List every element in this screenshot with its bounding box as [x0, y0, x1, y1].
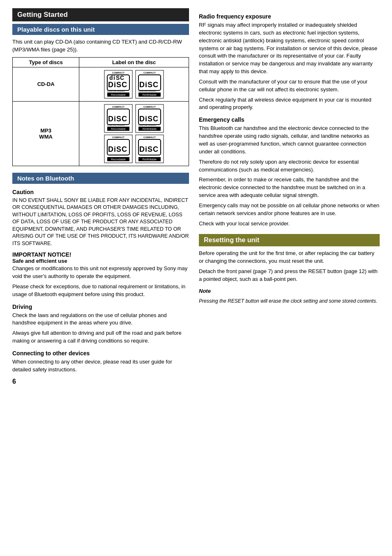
disc-icon-cdrw: COMPACT DiSC DIGITAL AUDIO ReWritable	[135, 70, 164, 99]
svg-text:Recordable: Recordable	[111, 93, 126, 96]
safe-text2: Please check for exceptions, due to nati…	[12, 283, 189, 299]
emergency-text1: This Bluetooth car handsfree and the ele…	[199, 125, 380, 155]
svg-text:d: d	[109, 74, 113, 81]
rf-text1: RF signals may affect improperly install…	[199, 21, 380, 76]
svg-text:COMPACT: COMPACT	[143, 106, 156, 108]
col2-header: Label on the disc	[79, 57, 189, 67]
rf-header: Radio frequency exposure	[199, 13, 380, 20]
reset-text1: Before operating the unit for the first …	[199, 250, 380, 265]
driving-header: Driving	[12, 303, 189, 310]
disc-table: Type of discs Label on the disc CD-DA	[12, 57, 189, 166]
disc-labels-cdda: COMPACT d i S C DiSC DIGITAL AUDIO	[79, 67, 189, 101]
connecting-text: When connecting to any other device, ple…	[12, 358, 189, 374]
col1-header: Type of discs	[13, 57, 79, 67]
svg-text:DiSC: DiSC	[139, 81, 159, 89]
svg-text:COMPACT: COMPACT	[112, 72, 125, 74]
note-text: Pressing the RESET button will erase the…	[199, 298, 380, 305]
svg-text:DIGITAL AUDIO: DIGITAL AUDIO	[138, 90, 156, 92]
important-notice-header: IMPORTANT NOTICE!	[12, 251, 189, 258]
safe-efficient-header: Safe and efficient use	[12, 258, 189, 264]
safe-text1: Changes or modifications to this unit no…	[12, 265, 189, 280]
emergency-header: Emergency calls	[199, 116, 380, 123]
svg-text:DiSC: DiSC	[108, 145, 127, 153]
getting-started-header: Getting Started	[12, 8, 189, 21]
svg-text:DiSC: DiSC	[139, 115, 159, 123]
svg-text:COMPACT: COMPACT	[112, 106, 125, 108]
disc-type-mp3wma: MP3WMA	[13, 101, 79, 166]
disc-icon-mp3-cdrw: COMPACT DiSC DIGITAL AUDIO ReWritable	[135, 104, 164, 133]
disc-icon-mp3-cdr: COMPACT DiSC DIGITAL AUDIO Recordable	[104, 104, 133, 133]
svg-text:S: S	[116, 74, 120, 81]
svg-text:DiSC: DiSC	[139, 145, 159, 153]
disc-type-cdda: CD-DA	[13, 67, 79, 101]
disc-icon-mp3-cdrw2: COMPACT DiSC ReWritable	[135, 134, 164, 163]
disc-icon-mp3-cdr2: COMPACT DiSC Recordable	[104, 134, 133, 163]
caution-text: IN NO EVENT SHALL SONY BE LIABLE FOR ANY…	[12, 197, 189, 248]
intro-text: This unit can play CD-DA (also containin…	[12, 38, 189, 54]
svg-text:COMPACT: COMPACT	[143, 136, 156, 139]
svg-text:DIGITAL AUDIO: DIGITAL AUDIO	[107, 124, 125, 126]
table-row: MP3WMA COMPACT DiSC DIGITAL AUDIO	[13, 101, 189, 166]
svg-text:COMPACT: COMPACT	[143, 72, 156, 74]
rf-text3: Check regularly that all wireless device…	[199, 96, 380, 112]
emergency-text4: Emergency calls may not be possible on a…	[199, 202, 380, 218]
reset-text2: Detach the front panel (page 7) and pres…	[199, 268, 380, 283]
driving-text2: Always give full attention to driving an…	[12, 329, 189, 345]
playable-discs-header: Playable discs on this unit	[12, 24, 189, 35]
caution-header: Caution	[12, 189, 189, 195]
resetting-header: Resetting the unit	[199, 234, 380, 246]
notes-bluetooth-header: Notes on Bluetooth	[12, 173, 189, 184]
svg-text:DiSC: DiSC	[108, 81, 127, 89]
emergency-text5: Check with your local service provider.	[199, 220, 380, 228]
svg-text:Recordable: Recordable	[111, 158, 126, 161]
svg-text:Recordable: Recordable	[111, 127, 126, 130]
svg-text:DIGITAL AUDIO: DIGITAL AUDIO	[107, 90, 125, 92]
connecting-header: Connecting to other devices	[12, 350, 189, 357]
note-label: Note	[199, 288, 211, 294]
svg-text:DIGITAL AUDIO: DIGITAL AUDIO	[138, 124, 156, 126]
svg-text:ReWritable: ReWritable	[143, 158, 157, 161]
svg-text:C: C	[120, 74, 124, 81]
svg-text:ReWritable: ReWritable	[143, 93, 157, 96]
svg-text:COMPACT: COMPACT	[112, 136, 125, 139]
svg-text:ReWritable: ReWritable	[143, 127, 157, 130]
table-row: CD-DA COMPACT d i	[13, 67, 189, 101]
page-number: 6	[12, 378, 189, 385]
rf-text2: Consult with the manufacturer of your ca…	[199, 78, 380, 94]
svg-text:i: i	[113, 74, 115, 81]
emergency-text3: Remember, in order to make or receive ca…	[199, 176, 380, 199]
driving-text1: Check the laws and regulations on the us…	[12, 312, 189, 327]
disc-labels-mp3wma: COMPACT DiSC DIGITAL AUDIO Recordable	[79, 101, 189, 166]
emergency-text2: Therefore do not rely solely upon any el…	[199, 158, 380, 174]
svg-text:DiSC: DiSC	[108, 115, 127, 123]
disc-icon-cdr: COMPACT d i S C DiSC DIGITAL AUDIO	[104, 70, 133, 99]
